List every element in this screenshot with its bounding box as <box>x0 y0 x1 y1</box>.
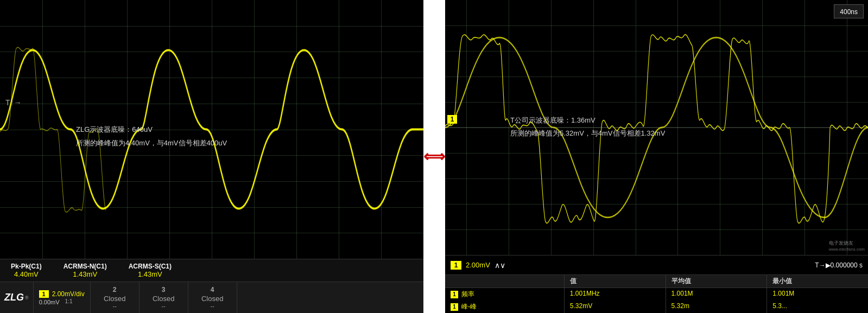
meas-row-pkpk: 1 峰-峰 5.32mV 5.32m 5.3... <box>445 301 868 313</box>
status-ch3: 3 Closed -- <box>140 282 188 313</box>
col-param-header <box>445 275 565 288</box>
right-ch1-marker: 1 <box>447 115 457 124</box>
val-freq: 1.001MHz <box>565 288 666 301</box>
left-oscilloscope-panel: T↑→ ZLG示波器底噪：640uV 所测的峰峰值为4.40mV，与4mV信号相… <box>0 0 423 313</box>
left-status-bar: ZLG ® 1 2.00mV/div 0.00mV 1:1 2 Closed -… <box>0 282 423 313</box>
zlg-logo: ZLG ® <box>0 282 34 313</box>
param-pkpk: 1 峰-峰 <box>445 301 565 313</box>
right-status-row: 1 2.00mV ∧∨ T→▶0.000000 s <box>445 255 868 274</box>
status-ch4: 4 Closed -- <box>188 282 237 313</box>
t-marker: T↑→ <box>5 98 22 107</box>
col-val-header: 值 <box>565 275 666 288</box>
min-pkpk: 5.3... <box>767 301 868 313</box>
meas-table-header: 值 平均值 最小值 <box>445 275 868 288</box>
meas-row-freq: 1 频率 1.001MHz 1.001M 1.001M <box>445 288 868 301</box>
watermark: 电子发烧友 www.elecfans.com <box>829 240 865 252</box>
right-ch1-box: 1 <box>451 261 461 270</box>
col-avg-header: 平均值 <box>666 275 768 288</box>
left-meas-bar: Pk-Pk(C1) 4.40mV ACRMS-N(C1) 1.43mV ACRM… <box>0 259 423 282</box>
val-pkpk: 5.32mV <box>565 301 666 313</box>
meas-acrms-s: ACRMS-S(C1) 1.43mV <box>129 263 172 278</box>
right-oscilloscope-panel: 1 T公司示波器底噪：1.36mV 所测的峰峰值为5.32mV，与4mV信号相差… <box>445 0 868 313</box>
left-annotation: ZLG示波器底噪：640uV 所测的峰峰值为4.40mV，与4mV信号相差400… <box>76 124 227 149</box>
min-freq: 1.001M <box>767 288 868 301</box>
right-meas-table: 值 平均值 最小值 1 频率 1.001MHz 1.001M <box>445 274 868 313</box>
status-ch2: 2 Closed -- <box>91 282 140 313</box>
comparison-arrow: ⟺ <box>423 0 445 313</box>
right-ch1-indicator: 1 2.00mV ∧∨ <box>451 261 505 270</box>
right-screen: 1 T公司示波器底噪：1.36mV 所测的峰峰值为5.32mV，与4mV信号相差… <box>445 0 868 255</box>
meas-acrms-n: ACRMS-N(C1) 1.43mV <box>64 263 107 278</box>
time-box: 400ns <box>834 4 864 18</box>
avg-freq: 1.001M <box>666 288 768 301</box>
avg-pkpk: 5.32m <box>666 301 768 313</box>
param-freq: 1 频率 <box>445 288 565 301</box>
left-screen: T↑→ ZLG示波器底噪：640uV 所测的峰峰值为4.40mV，与4mV信号相… <box>0 0 423 259</box>
ch1-indicator: 1 <box>39 290 49 298</box>
right-annotation: T公司示波器底噪：1.36mV 所测的峰峰值为5.32mV，与4mV信号相差1.… <box>510 115 665 140</box>
meas-pkpk: Pk-Pk(C1) 4.40mV <box>11 263 42 278</box>
status-ch1: 1 2.00mV/div 0.00mV 1:1 <box>34 282 91 313</box>
col-min-header: 最小值 <box>767 275 868 288</box>
